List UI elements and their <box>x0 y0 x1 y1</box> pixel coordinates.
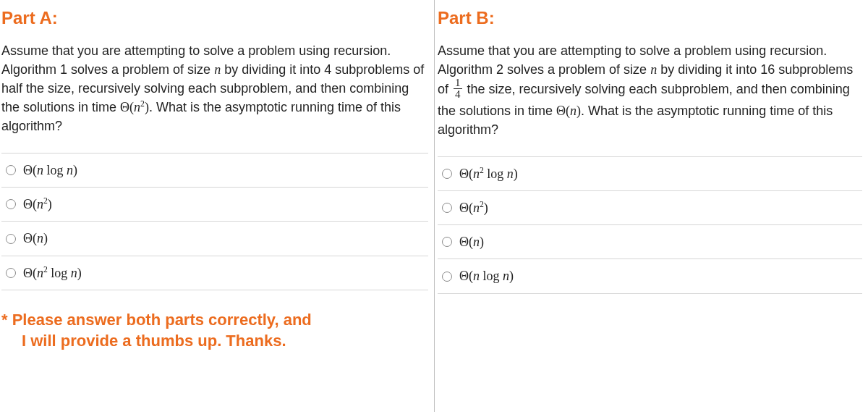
var-n: n <box>650 62 657 77</box>
fraction: 14 <box>454 77 462 100</box>
fraction-denominator: 4 <box>454 88 462 100</box>
answer-option[interactable]: Θ(n2 log n) <box>438 157 862 191</box>
part-b-options: Θ(n2 log n)Θ(n2)Θ(n)Θ(n log n) <box>438 156 862 293</box>
answer-option[interactable]: Θ(n log n) <box>438 259 862 293</box>
radio-icon[interactable] <box>6 268 16 278</box>
answer-option[interactable]: Θ(n) <box>438 225 862 259</box>
radio-icon[interactable] <box>6 165 16 175</box>
option-label: Θ(n2 log n) <box>23 264 82 282</box>
radio-icon[interactable] <box>442 203 452 213</box>
option-label: Θ(n) <box>23 229 48 248</box>
part-a-options: Θ(n log n)Θ(n2)Θ(n)Θ(n2 log n) <box>1 153 428 290</box>
part-b-prompt: Assume that you are attempting to solve … <box>438 41 862 139</box>
var-n: n <box>214 62 221 77</box>
part-a-prompt: Assume that you are attempting to solve … <box>1 41 428 135</box>
theta-open: Θ( <box>120 100 134 114</box>
radio-icon[interactable] <box>6 234 16 244</box>
footer-note: * Please answer both parts correctly, an… <box>1 309 428 352</box>
note-line1: * Please answer both parts correctly, an… <box>1 311 312 329</box>
answer-option[interactable]: Θ(n) <box>1 222 428 256</box>
theta-open: Θ( <box>556 104 570 118</box>
part-b-column: Part B: Assume that you are attempting t… <box>434 0 868 412</box>
part-a-column: Part A: Assume that you are attempting t… <box>0 0 434 412</box>
option-label: Θ(n) <box>459 232 484 251</box>
part-b-heading: Part B: <box>438 6 862 31</box>
option-label: Θ(n2 log n) <box>459 164 518 183</box>
answer-option[interactable]: Θ(n2) <box>1 188 428 222</box>
var-n: n <box>134 100 140 114</box>
note-line2: I will provide a thumbs up. Thanks. <box>1 330 428 352</box>
option-label: Θ(n2) <box>23 195 52 214</box>
answer-option[interactable]: Θ(n log n) <box>1 154 428 188</box>
radio-icon[interactable] <box>442 237 452 247</box>
radio-icon[interactable] <box>442 169 452 179</box>
part-a-heading: Part A: <box>1 6 428 31</box>
option-label: Θ(n log n) <box>23 161 77 180</box>
var-n: n <box>570 104 576 118</box>
option-label: Θ(n2) <box>459 198 488 217</box>
option-label: Θ(n log n) <box>459 266 514 285</box>
radio-icon[interactable] <box>6 199 16 209</box>
answer-option[interactable]: Θ(n2 log n) <box>1 256 428 290</box>
fraction-numerator: 1 <box>454 77 462 88</box>
radio-icon[interactable] <box>442 272 452 282</box>
answer-option[interactable]: Θ(n2) <box>438 191 862 225</box>
